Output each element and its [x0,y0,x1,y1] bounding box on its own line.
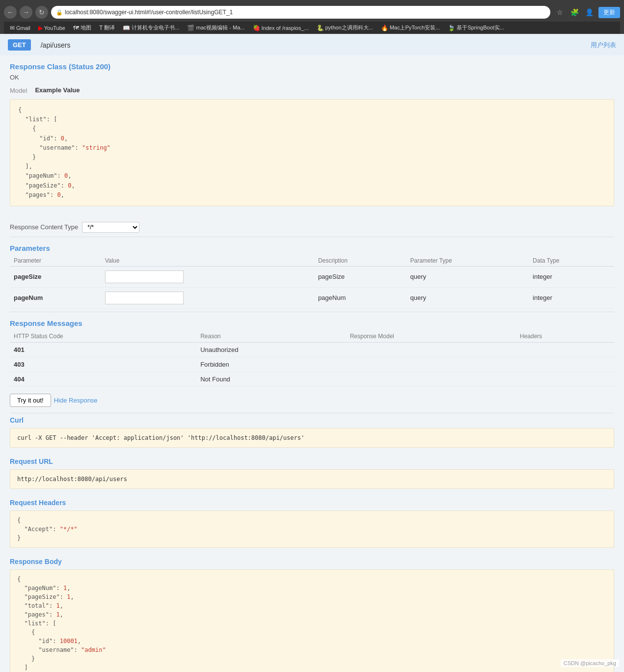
model-403 [346,357,516,372]
headers-401 [516,342,614,357]
bookmark-springboot[interactable]: 🍃 基于SpringBoot实... [446,23,506,32]
param-name-pagenum: pageNum [10,287,101,308]
param-name-pagesize: pageSize [10,266,101,287]
model-label: Model [10,87,27,94]
status-code-401: 401 [10,342,196,357]
response-body-section: Response Body { "pageNum": 1, "pageSize"… [0,555,624,672]
bookmark-label: Gmail [16,25,30,31]
video-icon: 🎬 [187,25,194,31]
model-tab-row: Model Example Value [10,85,614,96]
response-content-type-label: Response Content Type [10,223,78,231]
bookmark-label: 地图 [81,24,91,31]
endpoint-method-path: GET /api/users [8,39,70,51]
map-icon: 🗺 [73,25,79,31]
message-row-403: 403 Forbidden [10,357,614,372]
bookmark-youtube[interactable]: ▶ YouTube [36,24,67,32]
content-type-select[interactable]: */* application/json [82,222,139,233]
example-code-block: { "list": [ { "id": 0, "username": "stri… [10,99,614,206]
param-row-pagenum: pageNum pageNum query integer [10,287,614,308]
param-type-pagenum: query [406,287,529,308]
python-icon: 🐍 [317,25,324,31]
response-class-title: Response Class (Status 200) [10,62,614,71]
param-dtype-pagesize: integer [529,266,614,287]
bookmark-label: python之调用科大... [326,24,373,31]
col-value: Value [101,255,314,267]
method-badge: GET [8,39,31,51]
back-button[interactable]: ← [4,6,17,19]
bookmark-label: Mac上PyTorch安装... [390,24,440,31]
browser-actions: ☆ 🧩 👤 [553,6,596,19]
model-401 [346,342,516,357]
browser-toolbar: ← → ↻ 🔒 localhost:8080/swagger-ui.html#!… [4,4,620,22]
params-header-row: Parameter Value Description Parameter Ty… [10,255,614,267]
youtube-icon: ▶ [38,25,43,31]
headers-403 [516,357,614,372]
page-content: GET /api/users 用户列表 Response Class (Stat… [0,34,624,672]
curl-title: Curl [10,416,614,424]
springboot-icon: 🍃 [448,25,455,31]
param-desc-pagesize: pageSize [314,266,407,287]
hide-response-link[interactable]: Hide Response [54,397,98,404]
request-headers-code: { "Accept": "*/*" } [10,511,614,548]
address-bar[interactable]: 🔒 localhost:8080/swagger-ui.html#!/user-… [51,6,550,19]
bookmark-translate[interactable]: T 翻译 [97,23,117,32]
translate-icon: T [99,25,103,31]
param-input-pagesize[interactable] [105,270,184,283]
bookmark-map[interactable]: 🗺 地图 [71,23,93,32]
curl-section: Curl curl -X GET --header 'Accept: appli… [0,413,624,455]
reason-403: Forbidden [196,357,346,372]
col-response-model: Response Model [346,330,516,343]
example-value-tab[interactable]: Example Value [30,85,84,96]
try-it-out-button[interactable]: Try it out! [10,394,51,407]
bookmark-label: 基于SpringBoot实... [457,24,504,31]
param-input-pagenum[interactable] [105,292,184,304]
bookmark-python[interactable]: 🐍 python之调用科大... [315,23,375,32]
reason-404: Not Found [196,372,346,386]
response-body-code: { "pageNum": 1, "pageSize": 1, "total": … [10,569,614,672]
lock-icon: 🔒 [56,9,63,16]
response-status: OK [10,74,614,81]
message-row-401: 401 Unauthorized [10,342,614,357]
book-icon: 📖 [123,25,130,31]
pytorch-icon: 🔥 [381,25,388,31]
messages-header-row: HTTP Status Code Reason Response Model H… [10,330,614,343]
request-headers-title: Request Headers [10,499,614,507]
bookmark-label: mac视频编辑 - Ma... [196,24,244,31]
bookmark-pytorch[interactable]: 🔥 Mac上PyTorch安装... [379,23,442,32]
action-buttons: Try it out! Hide Response [0,390,624,413]
status-code-404: 404 [10,372,196,386]
endpoint-description[interactable]: 用户列表 [591,41,616,50]
bookmark-ebooks[interactable]: 📖 计算机专业电子书... [121,23,181,32]
bookmark-raspios[interactable]: 🍓 Index of /raspios_... [251,24,311,32]
col-parameter: Parameter [10,255,101,267]
curl-code: curl -X GET --header 'Accept: applicatio… [10,428,614,448]
parameters-table: Parameter Value Description Parameter Ty… [10,255,614,309]
param-row-pagesize: pageSize pageSize query integer [10,266,614,287]
request-url-section: Request URL http://localhost:8080/api/us… [0,455,624,496]
parameters-section: Parameters Parameter Value Description P… [0,237,624,312]
profile-icon[interactable]: 👤 [583,6,596,19]
col-http-status: HTTP Status Code [10,330,196,343]
param-value-pagesize[interactable] [101,266,314,287]
col-reason: Reason [196,330,346,343]
bookmark-video[interactable]: 🎬 mac视频编辑 - Ma... [185,23,246,32]
param-type-pagesize: query [406,266,529,287]
gmail-icon: ✉ [10,25,15,31]
response-class-section: Response Class (Status 200) OK Model Exa… [0,55,624,218]
forward-button[interactable]: → [20,6,32,19]
bookmark-gmail[interactable]: ✉ Gmail [8,24,32,32]
headers-404 [516,372,614,386]
status-code-403: 403 [10,357,196,372]
extension-icon[interactable]: 🧩 [568,6,581,19]
param-value-pagenum[interactable] [101,287,314,308]
refresh-button[interactable]: ↻ [35,6,48,19]
request-url-title: Request URL [10,457,614,465]
raspios-icon: 🍓 [253,25,260,31]
bookmark-icon[interactable]: ☆ [553,6,566,19]
update-button[interactable]: 更新 [598,7,620,18]
bookmark-label: Index of /raspios_... [262,25,309,31]
reason-401: Unauthorized [196,342,346,357]
param-dtype-pagenum: integer [529,287,614,308]
bookmark-label: 翻译 [104,24,115,31]
url-text: localhost:8080/swagger-ui.html#!/user-co… [65,9,545,16]
